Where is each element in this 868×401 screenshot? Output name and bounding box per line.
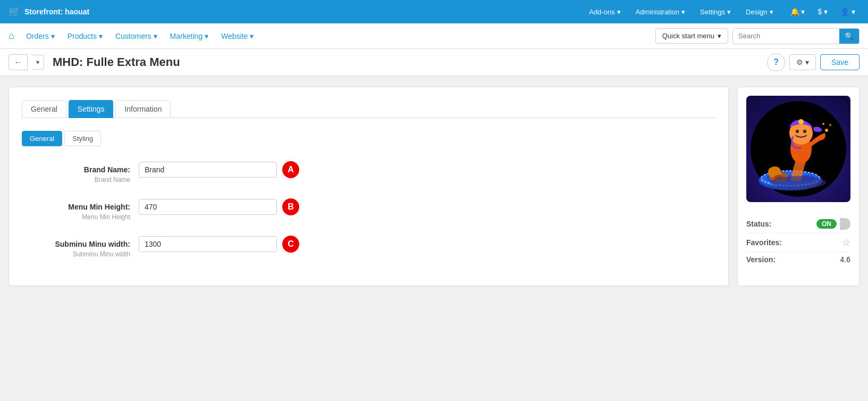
customers-chevron: ▾: [154, 32, 157, 40]
submenu-width-label-col: Subminu Minu width: Subminu Minu width: [22, 236, 139, 258]
dollar-icon[interactable]: $ ▾: [813, 5, 832, 18]
svg-point-9: [796, 130, 799, 133]
submenu-width-group: Subminu Minu width: Subminu Minu width C: [22, 236, 715, 258]
search-button[interactable]: 🔍: [839, 29, 859, 44]
administration-menu[interactable]: Administration ▾: [629, 5, 692, 19]
status-on-badge: ON: [816, 219, 837, 229]
quick-start-label: Quick start menu: [662, 32, 714, 40]
save-button[interactable]: Save: [820, 54, 859, 70]
toggle-off-part: [840, 218, 850, 230]
version-label: Version:: [746, 255, 776, 264]
favorites-label: Favorites:: [746, 238, 782, 247]
addon-image: [746, 96, 850, 202]
status-toggle[interactable]: ON: [816, 218, 850, 230]
main-content: General Settings Information General Sty…: [0, 76, 868, 297]
back-button[interactable]: ←: [9, 54, 28, 70]
addons-menu[interactable]: Add-ons ▾: [583, 5, 627, 19]
marketing-label: Marketing: [170, 32, 203, 40]
submenu-width-hint: Subminu Minu width: [22, 250, 130, 258]
marketing-chevron: ▾: [205, 32, 208, 40]
brand-name-input[interactable]: [139, 162, 277, 178]
user-icon[interactable]: 👤 ▾: [836, 5, 859, 18]
sub-tabs: General Styling: [22, 131, 715, 146]
products-chevron: ▾: [99, 32, 103, 40]
svg-point-11: [798, 119, 804, 124]
design-chevron: ▾: [770, 8, 773, 16]
gear-button[interactable]: ⚙ ▾: [789, 54, 816, 70]
products-menu[interactable]: Products ▾: [62, 29, 108, 44]
submenu-width-input-col: C: [139, 236, 715, 253]
addons-label: Add-ons: [589, 8, 614, 16]
version-value: 4.6: [840, 255, 850, 264]
design-menu[interactable]: Design ▾: [739, 5, 779, 19]
design-label: Design: [746, 8, 767, 16]
version-row: Version: 4.6: [746, 252, 850, 267]
orders-menu[interactable]: Orders ▾: [21, 29, 60, 44]
website-label: Website: [221, 32, 248, 40]
home-icon[interactable]: ⌂: [9, 30, 14, 41]
page-header-actions: ? ⚙ ▾ Save: [767, 53, 859, 71]
orders-chevron: ▾: [51, 32, 55, 40]
primary-tabs: General Settings Information: [22, 100, 715, 118]
addons-chevron: ▾: [617, 8, 621, 16]
svg-point-13: [829, 124, 831, 126]
favorites-star-icon[interactable]: ☆: [842, 237, 850, 248]
brand-name-hint: Brand Name: [22, 176, 130, 183]
bell-icon[interactable]: 🔔 ▾: [786, 5, 810, 18]
brand-name-group: Brand Name: Brand Name A: [22, 161, 715, 183]
help-button[interactable]: ?: [767, 53, 785, 71]
administration-chevron: ▾: [681, 8, 685, 16]
quick-start-button[interactable]: Quick start menu ▾: [655, 28, 728, 44]
submenu-width-input[interactable]: [139, 236, 277, 252]
sub-tab-styling[interactable]: Styling: [64, 131, 101, 146]
search-input[interactable]: [733, 29, 839, 43]
gear-icon: ⚙: [796, 58, 803, 66]
sub-tab-general[interactable]: General: [22, 131, 62, 146]
customers-label: Customers: [115, 32, 151, 40]
top-bar: 🛒 Storefront: haouat Add-ons ▾ Administr…: [0, 0, 868, 23]
administration-label: Administration: [636, 8, 679, 16]
status-label: Status:: [746, 220, 771, 228]
svg-point-15: [771, 176, 826, 189]
orders-label: Orders: [26, 32, 49, 40]
submenu-width-label: Subminu Minu width:: [22, 240, 130, 248]
tab-settings[interactable]: Settings: [69, 100, 114, 118]
sub-tab-general-label: General: [30, 135, 54, 143]
menu-min-height-label: Menu Min Height:: [22, 203, 130, 211]
menu-min-height-input[interactable]: [139, 199, 277, 215]
settings-label: Settings: [700, 8, 725, 16]
sub-nav-right: Quick start menu ▾ 🔍: [655, 28, 859, 44]
products-label: Products: [68, 32, 97, 40]
submenu-annotation: C: [282, 236, 299, 253]
settings-chevron: ▾: [727, 8, 731, 16]
gear-dropdown-icon: ▾: [805, 58, 809, 66]
brand-name-input-col: A: [139, 161, 715, 178]
storefront-label: Storefront: haouat: [24, 7, 89, 16]
svg-point-10: [803, 130, 806, 133]
sub-tab-styling-label: Styling: [72, 135, 93, 143]
cart-icon: 🛒: [9, 6, 20, 18]
tab-information-label: Information: [124, 105, 162, 113]
right-sidebar: Status: ON Favorites: ☆ Version: 4.6: [737, 87, 859, 286]
menu-min-height-label-col: Menu Min Height: Menu Min Height: [22, 198, 139, 221]
top-bar-icons: 🔔 ▾ $ ▾ 👤 ▾: [786, 5, 859, 18]
tab-general[interactable]: General: [22, 100, 66, 118]
favorites-row: Favorites: ☆: [746, 233, 850, 252]
menu-min-height-hint: Menu Min Height: [22, 213, 130, 221]
marketing-menu[interactable]: Marketing ▾: [165, 29, 214, 44]
brand-name-label: Brand Name:: [22, 165, 130, 174]
top-bar-nav: Add-ons ▾ Administration ▾ Settings ▾ De…: [583, 5, 779, 19]
website-menu[interactable]: Website ▾: [216, 29, 259, 44]
search-box: 🔍: [732, 28, 859, 44]
genie-illustration: [748, 98, 849, 199]
customers-menu[interactable]: Customers ▾: [110, 29, 163, 44]
brand-annotation: A: [282, 161, 299, 178]
tab-settings-label: Settings: [78, 105, 105, 113]
sidebar-meta: Status: ON Favorites: ☆ Version: 4.6: [746, 211, 850, 271]
tab-information[interactable]: Information: [115, 100, 171, 118]
quick-start-chevron: ▾: [718, 32, 721, 40]
back-dropdown-button[interactable]: ▾: [32, 55, 44, 70]
settings-menu[interactable]: Settings ▾: [694, 5, 737, 19]
page-title: MHD: Fulle Extra Menu: [53, 55, 763, 69]
status-row: Status: ON: [746, 215, 850, 233]
